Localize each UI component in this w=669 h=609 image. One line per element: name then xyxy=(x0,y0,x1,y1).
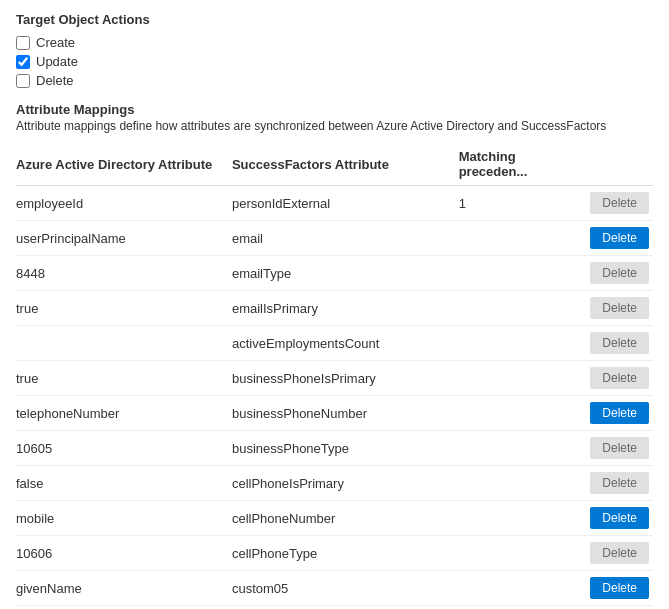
cell-aad xyxy=(16,326,232,361)
table-row: 8448emailTypeDelete xyxy=(16,256,653,291)
cell-sf: cellPhoneIsPrimary xyxy=(232,466,459,501)
create-checkbox[interactable] xyxy=(16,36,30,50)
delete-label: Delete xyxy=(36,73,74,88)
attribute-mappings-title: Attribute Mappings xyxy=(16,102,653,117)
table-row: truebusinessPhoneIsPrimaryDelete xyxy=(16,361,653,396)
cell-sf: email xyxy=(232,221,459,256)
cell-sf: emailIsPrimary xyxy=(232,291,459,326)
cell-delete: Delete xyxy=(567,256,653,291)
cell-aad: false xyxy=(16,466,232,501)
cell-aad: 10605 xyxy=(16,431,232,466)
delete-button[interactable]: Delete xyxy=(590,507,649,529)
cell-delete: Delete xyxy=(567,186,653,221)
cell-sf: cellPhoneNumber xyxy=(232,501,459,536)
cell-aad: 8448 xyxy=(16,256,232,291)
cell-sf: cellPhoneType xyxy=(232,536,459,571)
target-object-actions-title: Target Object Actions xyxy=(16,12,653,27)
cell-aad: employeeId xyxy=(16,186,232,221)
cell-aad: givenName xyxy=(16,571,232,606)
attribute-mappings-section: Attribute Mappings Attribute mappings de… xyxy=(16,102,653,609)
table-row: userPrincipalNameemailDelete xyxy=(16,221,653,256)
cell-mp xyxy=(459,256,567,291)
delete-button[interactable]: Delete xyxy=(590,262,649,284)
cell-delete: Delete xyxy=(567,466,653,501)
delete-checkbox[interactable] xyxy=(16,74,30,88)
table-row: activeEmploymentsCountDelete xyxy=(16,326,653,361)
delete-button[interactable]: Delete xyxy=(590,227,649,249)
cell-aad: 10606 xyxy=(16,536,232,571)
col-header-del xyxy=(567,143,653,186)
cell-sf: businessPhoneType xyxy=(232,431,459,466)
cell-mp xyxy=(459,431,567,466)
delete-button[interactable]: Delete xyxy=(590,577,649,599)
cell-mp: 1 xyxy=(459,186,567,221)
table-row: employeeIdpersonIdExternal1Delete xyxy=(16,186,653,221)
table-row: mobilecellPhoneNumberDelete xyxy=(16,501,653,536)
delete-button[interactable]: Delete xyxy=(590,192,649,214)
cell-delete: Delete xyxy=(567,291,653,326)
delete-button[interactable]: Delete xyxy=(590,472,649,494)
delete-button[interactable]: Delete xyxy=(590,367,649,389)
mappings-table: Azure Active Directory Attribute Success… xyxy=(16,143,653,606)
cell-sf: custom05 xyxy=(232,571,459,606)
checkbox-item-create: Create xyxy=(16,35,653,50)
delete-button[interactable]: Delete xyxy=(590,332,649,354)
cell-sf: businessPhoneIsPrimary xyxy=(232,361,459,396)
attribute-mappings-description: Attribute mappings define how attributes… xyxy=(16,119,653,133)
cell-mp xyxy=(459,536,567,571)
cell-delete: Delete xyxy=(567,221,653,256)
cell-delete: Delete xyxy=(567,326,653,361)
table-header-row: Azure Active Directory Attribute Success… xyxy=(16,143,653,186)
update-label: Update xyxy=(36,54,78,69)
table-row: 10605businessPhoneTypeDelete xyxy=(16,431,653,466)
create-label: Create xyxy=(36,35,75,50)
cell-delete: Delete xyxy=(567,536,653,571)
cell-sf: activeEmploymentsCount xyxy=(232,326,459,361)
col-header-sf: SuccessFactors Attribute xyxy=(232,143,459,186)
cell-mp xyxy=(459,361,567,396)
cell-aad: true xyxy=(16,361,232,396)
checkbox-item-delete: Delete xyxy=(16,73,653,88)
delete-button[interactable]: Delete xyxy=(590,297,649,319)
table-row: trueemailIsPrimaryDelete xyxy=(16,291,653,326)
cell-aad: mobile xyxy=(16,501,232,536)
target-object-actions-section: Target Object Actions Create Update Dele… xyxy=(16,12,653,88)
delete-button[interactable]: Delete xyxy=(590,542,649,564)
cell-mp xyxy=(459,571,567,606)
cell-delete: Delete xyxy=(567,571,653,606)
cell-sf: emailType xyxy=(232,256,459,291)
table-row: telephoneNumberbusinessPhoneNumberDelete xyxy=(16,396,653,431)
cell-delete: Delete xyxy=(567,501,653,536)
table-row: 10606cellPhoneTypeDelete xyxy=(16,536,653,571)
col-header-mp: Matching preceden... xyxy=(459,143,567,186)
checkbox-group: Create Update Delete xyxy=(16,35,653,88)
update-checkbox[interactable] xyxy=(16,55,30,69)
delete-button[interactable]: Delete xyxy=(590,437,649,459)
cell-mp xyxy=(459,396,567,431)
cell-sf: businessPhoneNumber xyxy=(232,396,459,431)
cell-mp xyxy=(459,501,567,536)
cell-delete: Delete xyxy=(567,431,653,466)
cell-mp xyxy=(459,291,567,326)
table-row: falsecellPhoneIsPrimaryDelete xyxy=(16,466,653,501)
cell-delete: Delete xyxy=(567,361,653,396)
col-header-aad: Azure Active Directory Attribute xyxy=(16,143,232,186)
checkbox-item-update: Update xyxy=(16,54,653,69)
cell-mp xyxy=(459,221,567,256)
cell-aad: telephoneNumber xyxy=(16,396,232,431)
cell-aad: true xyxy=(16,291,232,326)
delete-button[interactable]: Delete xyxy=(590,402,649,424)
mappings-table-body: employeeIdpersonIdExternal1DeleteuserPri… xyxy=(16,186,653,606)
cell-mp xyxy=(459,466,567,501)
cell-aad: userPrincipalName xyxy=(16,221,232,256)
cell-mp xyxy=(459,326,567,361)
cell-delete: Delete xyxy=(567,396,653,431)
cell-sf: personIdExternal xyxy=(232,186,459,221)
table-row: givenNamecustom05Delete xyxy=(16,571,653,606)
